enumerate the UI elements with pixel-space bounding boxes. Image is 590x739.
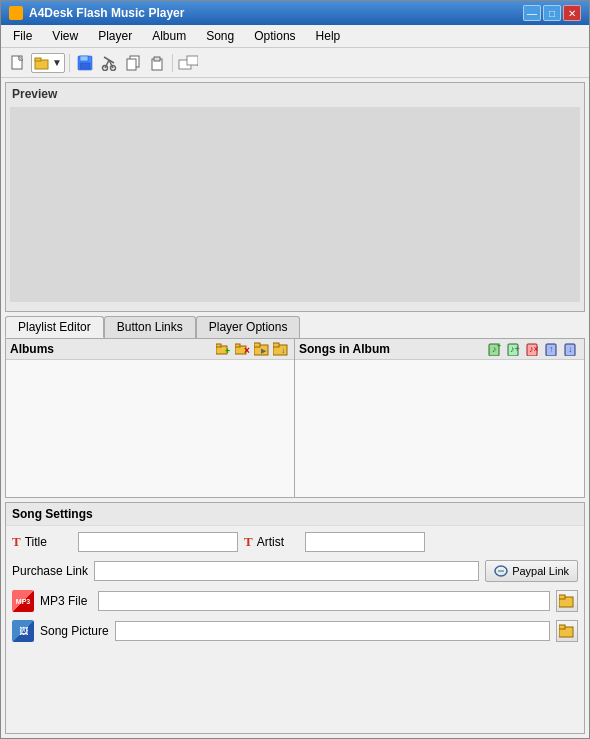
minimize-button[interactable]: — xyxy=(523,5,541,21)
open-dropdown[interactable]: ▼ xyxy=(31,53,65,73)
svg-rect-5 xyxy=(80,56,88,61)
mp3-row: MP3 MP3 File xyxy=(12,590,578,612)
svg-rect-6 xyxy=(80,63,90,69)
menu-view[interactable]: View xyxy=(44,27,86,45)
svg-rect-47 xyxy=(559,625,565,629)
picture-icon: 🖼 xyxy=(12,620,34,642)
albums-toolbar: + × ▶ ↓ xyxy=(215,341,290,357)
cut-button[interactable] xyxy=(98,52,120,74)
preview-content xyxy=(10,107,580,302)
song-add1-button[interactable]: ♪+ xyxy=(486,341,504,357)
title-bar-controls: — □ ✕ xyxy=(523,5,581,21)
menu-player[interactable]: Player xyxy=(90,27,140,45)
main-content: Preview Playlist Editor Button Links Pla… xyxy=(1,78,589,738)
tabs: Playlist Editor Button Links Player Opti… xyxy=(5,316,585,338)
picture-browse-button[interactable] xyxy=(556,620,578,642)
svg-rect-23 xyxy=(235,344,240,347)
svg-text:↓: ↓ xyxy=(281,346,285,355)
song-moveup-button[interactable]: ↑ xyxy=(543,341,561,357)
mp3-browse-button[interactable] xyxy=(556,590,578,612)
separator-2 xyxy=(172,54,173,72)
songs-list xyxy=(295,360,584,497)
purchase-label: Purchase Link xyxy=(12,564,88,578)
title-field-label: T Title xyxy=(12,534,72,550)
settings-content: T Title T Artist Purchase Link xyxy=(6,526,584,656)
menu-song[interactable]: Song xyxy=(198,27,242,45)
purchase-row: Purchase Link Paypal Link xyxy=(12,560,578,582)
menu-file[interactable]: File xyxy=(5,27,40,45)
preview-panel: Preview xyxy=(5,82,585,312)
preview-title: Preview xyxy=(6,83,584,105)
menu-bar: File View Player Album Song Options Help xyxy=(1,25,589,48)
svg-rect-29 xyxy=(273,343,279,347)
mp3-input[interactable] xyxy=(98,591,550,611)
albums-title: Albums xyxy=(10,342,54,356)
songs-toolbar: ♪+ ♪+ ♪× ↑ ↓ xyxy=(486,341,580,357)
album-folder-button[interactable]: ▶ xyxy=(253,341,271,357)
mp3-label: MP3 File xyxy=(40,594,87,608)
svg-rect-20 xyxy=(216,344,221,347)
menu-help[interactable]: Help xyxy=(308,27,349,45)
picture-input[interactable] xyxy=(115,621,550,641)
editor-area: Albums + × ▶ ↓ xyxy=(5,338,585,498)
title-icon: T xyxy=(12,534,21,550)
song-add2-button[interactable]: ♪+ xyxy=(505,341,523,357)
artist-icon: T xyxy=(244,534,253,550)
svg-text:♪×: ♪× xyxy=(529,344,539,354)
svg-text:+: + xyxy=(225,346,230,356)
mp3-label-group: MP3 MP3 File xyxy=(12,590,92,612)
title-input[interactable] xyxy=(78,532,238,552)
close-button[interactable]: ✕ xyxy=(563,5,581,21)
maximize-button[interactable]: □ xyxy=(543,5,561,21)
new-button[interactable] xyxy=(7,52,29,74)
editor-inner: Albums + × ▶ ↓ xyxy=(6,339,584,497)
song-settings-title: Song Settings xyxy=(6,503,584,526)
svg-text:+: + xyxy=(497,342,501,349)
svg-rect-45 xyxy=(559,595,565,599)
paypal-label: Paypal Link xyxy=(512,565,569,577)
svg-rect-13 xyxy=(127,59,136,70)
save-button[interactable] xyxy=(74,52,96,74)
song-delete-button[interactable]: ♪× xyxy=(524,341,542,357)
menu-options[interactable]: Options xyxy=(246,27,303,45)
songs-title: Songs in Album xyxy=(299,342,390,356)
title-artist-row: T Title T Artist xyxy=(12,532,578,552)
title-bar-text: A4Desk Flash Music Player xyxy=(9,6,184,20)
svg-text:♪+: ♪+ xyxy=(510,344,520,354)
menu-album[interactable]: Album xyxy=(144,27,194,45)
svg-rect-26 xyxy=(254,343,260,347)
app-icon xyxy=(9,6,23,20)
song-movedown-button[interactable]: ↓ xyxy=(562,341,580,357)
picture-label-group: 🖼 Song Picture xyxy=(12,620,109,642)
albums-header: Albums + × ▶ ↓ xyxy=(6,339,294,360)
svg-rect-3 xyxy=(35,58,41,61)
main-window: A4Desk Flash Music Player — □ ✕ File Vie… xyxy=(0,0,590,739)
tab-player-options[interactable]: Player Options xyxy=(196,316,301,338)
purchase-input[interactable] xyxy=(94,561,479,581)
albums-panel: Albums + × ▶ ↓ xyxy=(6,339,295,497)
picture-row: 🖼 Song Picture xyxy=(12,620,578,642)
album-delete-button[interactable]: × xyxy=(234,341,252,357)
album-movedown-button[interactable]: ↓ xyxy=(272,341,290,357)
album-add-button[interactable]: + xyxy=(215,341,233,357)
artist-field-label: T Artist xyxy=(244,534,299,550)
paypal-button[interactable]: Paypal Link xyxy=(485,560,578,582)
svg-text:↓: ↓ xyxy=(568,344,573,354)
title-bar: A4Desk Flash Music Player — □ ✕ xyxy=(1,1,589,25)
import-button[interactable] xyxy=(177,52,199,74)
toolbar: ▼ xyxy=(1,48,589,78)
songs-panel: Songs in Album ♪+ ♪+ ♪× xyxy=(295,339,584,497)
svg-rect-18 xyxy=(187,56,198,65)
albums-list xyxy=(6,360,294,497)
artist-label: Artist xyxy=(257,535,284,549)
tab-playlist-editor[interactable]: Playlist Editor xyxy=(5,316,104,338)
songs-header: Songs in Album ♪+ ♪+ ♪× xyxy=(295,339,584,360)
picture-label: Song Picture xyxy=(40,624,109,638)
separator-1 xyxy=(69,54,70,72)
artist-input[interactable] xyxy=(305,532,425,552)
mp3-icon: MP3 xyxy=(12,590,34,612)
tab-button-links[interactable]: Button Links xyxy=(104,316,196,338)
paste-button[interactable] xyxy=(146,52,168,74)
copy-button[interactable] xyxy=(122,52,144,74)
song-settings: Song Settings T Title T Artist xyxy=(5,502,585,734)
